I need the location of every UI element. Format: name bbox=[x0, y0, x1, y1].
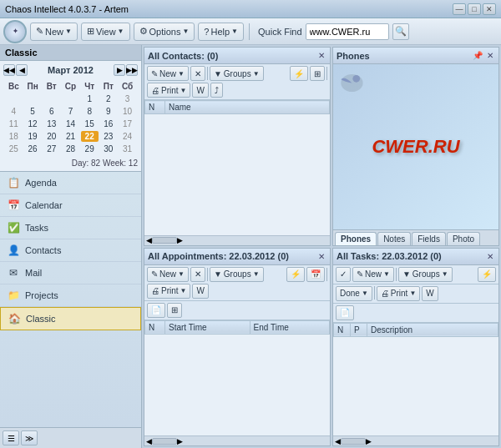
phones-tab-photo[interactable]: Photo bbox=[447, 232, 480, 245]
cal-day-19[interactable]: 19 bbox=[24, 131, 42, 142]
sidebar-item-classic[interactable]: 🏠 Classic bbox=[0, 307, 141, 330]
cal-day-18[interactable]: 18 bbox=[5, 131, 23, 142]
cal-day-26[interactable]: 26 bbox=[24, 143, 42, 154]
cal-day-20[interactable]: 20 bbox=[43, 131, 60, 142]
cal-day-16[interactable]: 16 bbox=[100, 118, 118, 129]
cal-day-12[interactable]: 12 bbox=[24, 118, 42, 129]
appt-scroll-right[interactable]: ▶ bbox=[177, 437, 183, 445]
help-button[interactable]: ? Help ▼ bbox=[198, 23, 244, 41]
cal-day-28[interactable]: 28 bbox=[62, 143, 79, 154]
appt-delete-button[interactable]: ✕ bbox=[190, 267, 205, 282]
options-button[interactable]: ⚙ Options ▼ bbox=[134, 23, 195, 41]
cal-day-1[interactable]: 1 bbox=[81, 93, 99, 104]
cal-day-29[interactable]: 29 bbox=[81, 143, 99, 154]
cal-day-7[interactable]: 7 bbox=[62, 106, 79, 117]
phones-tab-fields[interactable]: Fields bbox=[412, 232, 446, 245]
sidebar-item-agenda[interactable]: 📋 Agenda bbox=[0, 172, 141, 194]
tasks-new-button[interactable]: ✎ New ▼ bbox=[352, 267, 394, 282]
nav-config-button[interactable]: ≫ bbox=[21, 430, 38, 445]
minimize-button[interactable]: — bbox=[453, 3, 466, 15]
tasks-table-scroll[interactable]: N P Description bbox=[333, 323, 498, 436]
tasks-scrollbar-h[interactable]: ◀ ▶ bbox=[333, 435, 498, 445]
sidebar-item-calendar[interactable]: 📅 Calendar bbox=[0, 194, 141, 217]
contacts-export-button[interactable]: ⤴ bbox=[210, 83, 223, 98]
appt-table-scroll[interactable]: N Start Time End Time bbox=[144, 320, 330, 436]
cal-day-14[interactable]: 14 bbox=[62, 118, 79, 129]
contacts-word-button[interactable]: W bbox=[192, 83, 208, 98]
cal-day-22[interactable]: 22 bbox=[81, 131, 99, 142]
sidebar-item-mail[interactable]: ✉ Mail bbox=[0, 262, 141, 284]
maximize-button[interactable]: □ bbox=[468, 3, 481, 15]
cal-next-next-button[interactable]: ▶▶ bbox=[126, 64, 138, 76]
contacts-filter-btn[interactable]: ⚡ bbox=[290, 66, 308, 81]
cal-day-2[interactable]: 2 bbox=[100, 93, 118, 104]
contacts-scrollbar-h[interactable]: ◀ ▶ bbox=[144, 235, 330, 245]
appt-scrollbar-h[interactable]: ◀ ▶ bbox=[144, 435, 330, 445]
contacts-print-button[interactable]: 🖨 Print ▼ bbox=[147, 83, 190, 98]
appt-print-button[interactable]: 🖨 Print ▼ bbox=[147, 284, 190, 299]
contacts-scroll-thumb[interactable] bbox=[152, 237, 177, 244]
cal-day-9[interactable]: 9 bbox=[100, 106, 118, 117]
appt-doc-button[interactable]: 📄 bbox=[147, 303, 165, 318]
cal-day-8[interactable]: 8 bbox=[81, 106, 99, 117]
cal-day-27[interactable]: 27 bbox=[43, 143, 60, 154]
tasks-print-button[interactable]: 🖨 Print ▼ bbox=[377, 286, 420, 301]
cal-day-10[interactable]: 10 bbox=[119, 106, 136, 117]
cal-day-23[interactable]: 23 bbox=[100, 131, 118, 142]
all-tasks-close-button[interactable]: ✕ bbox=[485, 252, 495, 261]
contacts-scroll-right[interactable]: ▶ bbox=[177, 236, 183, 244]
contacts-delete-button[interactable]: ✕ bbox=[190, 66, 205, 81]
close-button[interactable]: ✕ bbox=[483, 3, 496, 15]
all-appointments-close-button[interactable]: ✕ bbox=[316, 252, 326, 261]
appt-word-button[interactable]: W bbox=[192, 284, 208, 299]
contacts-scroll-left[interactable]: ◀ bbox=[146, 236, 152, 244]
tasks-word-button[interactable]: W bbox=[422, 286, 438, 301]
tasks-doc-button[interactable]: 📄 bbox=[336, 305, 354, 320]
appt-new-button[interactable]: ✎ New ▼ bbox=[147, 267, 189, 282]
tasks-done-button[interactable]: Done ▼ bbox=[336, 286, 372, 301]
sidebar-item-tasks[interactable]: ✅ Tasks bbox=[0, 217, 141, 239]
contacts-table-scroll[interactable]: N Name bbox=[144, 100, 330, 235]
appt-scroll-thumb[interactable] bbox=[152, 438, 177, 445]
tasks-scroll-right[interactable]: ▶ bbox=[366, 437, 372, 445]
cal-day-25[interactable]: 25 bbox=[5, 143, 23, 154]
phones-pin-button[interactable]: 📌 bbox=[472, 50, 483, 62]
cal-day-30[interactable]: 30 bbox=[100, 143, 118, 154]
new-button[interactable]: ✎ New ▼ bbox=[30, 23, 78, 41]
cal-day-4[interactable]: 4 bbox=[5, 106, 23, 117]
tasks-check-btn[interactable]: ✓ bbox=[336, 267, 351, 282]
appt-grid-button[interactable]: ⊞ bbox=[167, 303, 182, 318]
tasks-scroll-left[interactable]: ◀ bbox=[335, 437, 341, 445]
cal-day-13[interactable]: 13 bbox=[43, 118, 60, 129]
contacts-groups-button[interactable]: ▼ Groups ▼ bbox=[210, 66, 264, 81]
cal-day-24[interactable]: 24 bbox=[119, 131, 136, 142]
sidebar-item-contacts[interactable]: 👤 Contacts bbox=[0, 239, 141, 262]
tasks-filter-btn[interactable]: ⚡ bbox=[478, 267, 496, 282]
cal-day-5[interactable]: 5 bbox=[24, 106, 42, 117]
all-contacts-close-button[interactable]: ✕ bbox=[316, 51, 326, 60]
quickfind-input[interactable] bbox=[306, 23, 389, 40]
cal-prev-button[interactable]: ◀ bbox=[16, 64, 28, 76]
view-button[interactable]: ⊞ View ▼ bbox=[81, 23, 130, 41]
contacts-new-button[interactable]: ✎ New ▼ bbox=[147, 66, 189, 81]
phones-tab-phones[interactable]: Phones bbox=[335, 232, 377, 245]
tasks-groups-button[interactable]: ▼ Groups ▼ bbox=[398, 267, 453, 282]
appt-calendar-btn[interactable]: 📅 bbox=[306, 267, 325, 282]
appt-scroll-left[interactable]: ◀ bbox=[146, 437, 152, 445]
cal-day-11[interactable]: 11 bbox=[5, 118, 23, 129]
nav-add-button[interactable]: ☰ bbox=[3, 430, 19, 445]
cal-day-21[interactable]: 21 bbox=[62, 131, 79, 142]
tasks-scroll-thumb[interactable] bbox=[341, 438, 366, 445]
cal-prev-prev-button[interactable]: ◀◀ bbox=[3, 64, 15, 76]
appt-groups-button[interactable]: ▼ Groups ▼ bbox=[210, 267, 264, 282]
contacts-filter2-btn[interactable]: ⊞ bbox=[310, 66, 325, 81]
phones-close-button[interactable]: ✕ bbox=[485, 51, 495, 60]
cal-day-6[interactable]: 6 bbox=[43, 106, 60, 117]
search-button[interactable]: 🔍 bbox=[392, 23, 409, 40]
phones-tab-notes[interactable]: Notes bbox=[377, 232, 411, 245]
cal-next-button[interactable]: ▶ bbox=[114, 64, 125, 76]
cal-day-17[interactable]: 17 bbox=[119, 118, 136, 129]
cal-day-3[interactable]: 3 bbox=[119, 93, 136, 104]
sidebar-item-projects[interactable]: 📁 Projects bbox=[0, 284, 141, 307]
cal-day-15[interactable]: 15 bbox=[81, 118, 99, 129]
